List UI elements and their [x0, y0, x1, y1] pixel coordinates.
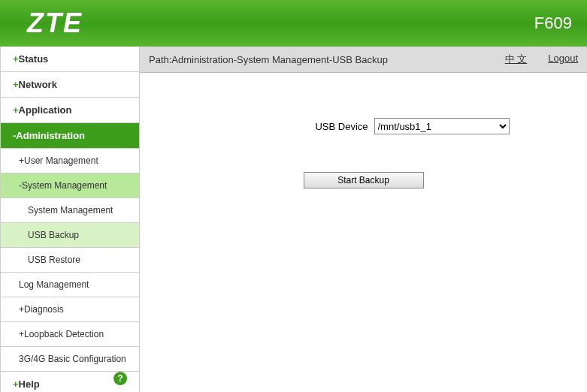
- main: +Status +Network +Application -Administr…: [0, 47, 587, 392]
- sidebar-item-usb-restore[interactable]: USB Restore: [1, 248, 139, 273]
- sidebar: +Status +Network +Application -Administr…: [0, 47, 140, 392]
- content: Path:Administration-System Management-US…: [140, 47, 587, 392]
- sidebar-item-status[interactable]: +Status: [1, 47, 139, 72]
- usb-device-label: USB Device: [218, 121, 368, 132]
- sidebar-item-system-management-sub[interactable]: System Management: [1, 198, 139, 223]
- start-backup-button[interactable]: Start Backup: [304, 172, 424, 188]
- language-link[interactable]: 中 文: [505, 53, 528, 66]
- logout-link[interactable]: Logout: [548, 53, 578, 66]
- usb-device-row: USB Device /mnt/usb1_1: [170, 118, 557, 134]
- breadcrumb: Path:Administration-System Management-US…: [149, 54, 388, 65]
- sidebar-item-3g4g[interactable]: 3G/4G Basic Configuration: [1, 347, 139, 372]
- sidebar-item-user-management[interactable]: +User Management: [1, 149, 139, 173]
- sidebar-item-log-management[interactable]: Log Management: [1, 273, 139, 297]
- usb-device-select[interactable]: /mnt/usb1_1: [374, 118, 510, 134]
- sidebar-item-system-management[interactable]: -System Management: [1, 173, 139, 198]
- logo: ZTE: [27, 8, 83, 39]
- help-icon[interactable]: ?: [113, 372, 127, 385]
- sidebar-item-administration[interactable]: -Administration: [1, 123, 139, 149]
- sidebar-item-usb-backup[interactable]: USB Backup: [1, 223, 139, 248]
- sidebar-item-diagnosis[interactable]: +Diagnosis: [1, 297, 139, 322]
- form-area: USB Device /mnt/usb1_1 Start Backup: [140, 73, 587, 188]
- pathbar: Path:Administration-System Management-US…: [140, 47, 587, 73]
- model-label: F609: [534, 14, 572, 33]
- sidebar-item-network[interactable]: +Network: [1, 72, 139, 98]
- sidebar-item-application[interactable]: +Application: [1, 98, 139, 123]
- sidebar-item-loopback-detection[interactable]: +Loopback Detection: [1, 322, 139, 347]
- header: ZTE F609: [0, 0, 587, 47]
